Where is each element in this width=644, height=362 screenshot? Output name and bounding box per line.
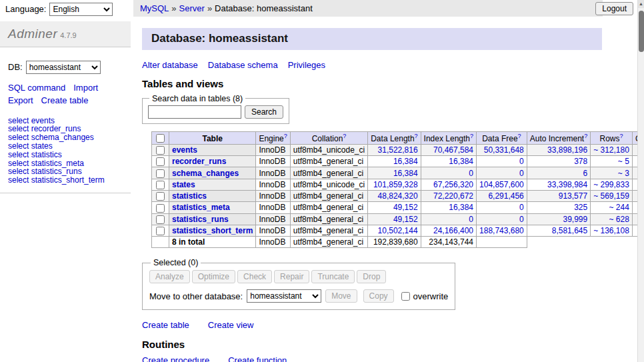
data-length-link[interactable]: 31,522,816 bbox=[378, 145, 418, 155]
search-button[interactable]: Search bbox=[245, 105, 283, 119]
data-length-link[interactable]: 10,502,144 bbox=[378, 226, 418, 235]
table-operation-button[interactable]: Truncate bbox=[311, 270, 355, 283]
table-name-link[interactable]: statistics_meta bbox=[172, 203, 230, 212]
row-checkbox[interactable] bbox=[156, 169, 165, 178]
index-length-link[interactable]: 70,467,584 bbox=[433, 145, 473, 155]
rows-link[interactable]: ~ 312,180 bbox=[593, 145, 629, 155]
table-name-link[interactable]: statistics bbox=[172, 191, 207, 201]
breadcrumb-server-link[interactable]: Server bbox=[179, 3, 205, 13]
sidebar-action-link[interactable]: SQL command bbox=[8, 83, 65, 93]
row-checkbox[interactable] bbox=[156, 146, 165, 155]
auto-increment-link[interactable]: 325 bbox=[574, 203, 587, 212]
table-name-link[interactable]: recorder_runs bbox=[172, 157, 226, 166]
data-length-link[interactable]: 49,152 bbox=[393, 215, 418, 224]
auto-increment-link[interactable]: 913,577 bbox=[559, 191, 587, 201]
create-link[interactable]: Create table bbox=[142, 320, 189, 330]
auto-increment-link[interactable]: 33,398,984 bbox=[547, 180, 587, 189]
data-free-link[interactable]: 50,331,648 bbox=[484, 145, 524, 155]
select-all-checkbox[interactable] bbox=[156, 134, 165, 143]
move-db-select[interactable]: homeassistant bbox=[247, 289, 321, 303]
create-routine-link[interactable]: Create procedure bbox=[142, 355, 209, 362]
data-free-link[interactable]: 6,291,456 bbox=[488, 191, 523, 201]
row-checkbox[interactable] bbox=[156, 157, 165, 166]
data-length-link[interactable]: 101,859,328 bbox=[373, 180, 418, 189]
data-length-link[interactable]: 48,824,320 bbox=[378, 191, 418, 201]
index-length-link[interactable]: 67,256,320 bbox=[433, 180, 473, 189]
column-header-label: Index Length bbox=[424, 134, 470, 143]
row-checkbox[interactable] bbox=[156, 192, 165, 201]
database-action-link[interactable]: Alter database bbox=[142, 60, 198, 70]
table-name-link[interactable]: events bbox=[172, 145, 197, 155]
language-label: Language: bbox=[5, 4, 46, 14]
column-help-link[interactable]: ? bbox=[584, 133, 587, 139]
auto-increment-link[interactable]: 33,898,196 bbox=[547, 145, 587, 155]
rows-link[interactable]: ~ 3 bbox=[618, 169, 629, 178]
sidebar-table-link[interactable]: select statistics_short_term bbox=[8, 175, 105, 185]
row-checkbox[interactable] bbox=[156, 181, 165, 189]
vertical-scrollbar[interactable]: ▲ bbox=[637, 0, 644, 362]
move-button[interactable]: Move bbox=[325, 289, 357, 303]
overwrite-checkbox[interactable] bbox=[401, 292, 410, 301]
table-operation-button[interactable]: Optimize bbox=[192, 270, 235, 283]
table-name-link[interactable]: statistics_short_term bbox=[172, 226, 253, 235]
sidebar-action-link[interactable]: Create table bbox=[41, 95, 89, 105]
create-routine-link[interactable]: Create function bbox=[228, 355, 287, 362]
data-free-link[interactable]: 0 bbox=[519, 203, 524, 212]
scrollbar-up-icon[interactable]: ▲ bbox=[638, 0, 644, 8]
language-select[interactable]: English bbox=[49, 3, 113, 16]
table-operation-button[interactable]: Check bbox=[237, 270, 272, 283]
data-length-link[interactable]: 16,384 bbox=[393, 157, 418, 166]
breadcrumb-mysql-link[interactable]: MySQL bbox=[140, 3, 169, 13]
index-length-link[interactable]: 24,166,400 bbox=[433, 226, 473, 235]
sidebar-action-link[interactable]: Export bbox=[8, 95, 33, 105]
data-free-link[interactable]: 188,743,680 bbox=[479, 226, 524, 235]
rows-link[interactable]: ~ 569,159 bbox=[593, 191, 629, 201]
auto-increment-link[interactable]: 39,999 bbox=[563, 215, 587, 224]
database-action-link[interactable]: Privileges bbox=[288, 60, 325, 70]
data-free-link[interactable]: 0 bbox=[519, 215, 524, 224]
table-name-link[interactable]: states bbox=[172, 180, 195, 189]
auto-increment-link[interactable]: 378 bbox=[574, 157, 587, 166]
copy-button[interactable]: Copy bbox=[363, 289, 394, 303]
index-length-link[interactable]: 16,384 bbox=[449, 157, 473, 166]
table-operation-button[interactable]: Analyze bbox=[149, 270, 190, 283]
table-name-link[interactable]: statistics_runs bbox=[172, 215, 229, 224]
rows-link[interactable]: ~ 5 bbox=[618, 157, 629, 166]
logout-button[interactable]: Logout bbox=[595, 2, 633, 15]
db-select[interactable]: homeassistant bbox=[26, 61, 101, 74]
table-operation-button[interactable]: Repair bbox=[274, 270, 309, 283]
index-length-link[interactable]: 0 bbox=[469, 215, 473, 224]
column-help-link[interactable]: ? bbox=[284, 133, 287, 139]
rows-link[interactable]: ~ 299,833 bbox=[593, 180, 629, 189]
create-link[interactable]: Create view bbox=[208, 320, 254, 330]
table-operation-button[interactable]: Drop bbox=[357, 270, 386, 283]
rows-link[interactable]: ~ 136,108 bbox=[593, 226, 629, 235]
column-help-link[interactable]: ? bbox=[415, 133, 418, 139]
rows-link[interactable]: ~ 628 bbox=[609, 215, 629, 224]
data-free-link[interactable]: 0 bbox=[519, 157, 524, 166]
index-length-link[interactable]: 16,384 bbox=[449, 203, 473, 212]
rows-link[interactable]: ~ 244 bbox=[609, 203, 629, 212]
row-checkbox[interactable] bbox=[156, 204, 165, 213]
data-free-link[interactable]: 0 bbox=[519, 169, 524, 178]
row-checkbox[interactable] bbox=[156, 227, 165, 235]
row-checkbox[interactable] bbox=[156, 215, 165, 224]
column-help-link[interactable]: ? bbox=[620, 133, 623, 139]
data-free-link[interactable]: 104,857,600 bbox=[479, 180, 524, 189]
column-help-link[interactable]: ? bbox=[343, 133, 346, 139]
index-length-link[interactable]: 0 bbox=[469, 169, 473, 178]
index-length-link[interactable]: 72,220,672 bbox=[433, 191, 473, 201]
column-help-link[interactable]: ? bbox=[518, 133, 521, 139]
sidebar: Adminer4.7.9 DB:homeassistant SQL comman… bbox=[0, 17, 131, 362]
app-version-link[interactable]: 4.7.9 bbox=[60, 31, 76, 39]
data-length-link[interactable]: 49,152 bbox=[393, 203, 418, 212]
auto-increment-link[interactable]: 6 bbox=[583, 169, 587, 178]
table-name-link[interactable]: schema_changes bbox=[172, 169, 239, 178]
data-length-link[interactable]: 16,384 bbox=[393, 169, 418, 178]
auto-increment-link[interactable]: 8,581,645 bbox=[552, 226, 587, 235]
column-help-link[interactable]: ? bbox=[470, 133, 473, 139]
search-input[interactable] bbox=[148, 105, 241, 119]
sidebar-action-link[interactable]: Import bbox=[73, 83, 98, 93]
database-action-link[interactable]: Database schema bbox=[208, 60, 278, 70]
scrollbar-thumb[interactable] bbox=[639, 11, 644, 52]
